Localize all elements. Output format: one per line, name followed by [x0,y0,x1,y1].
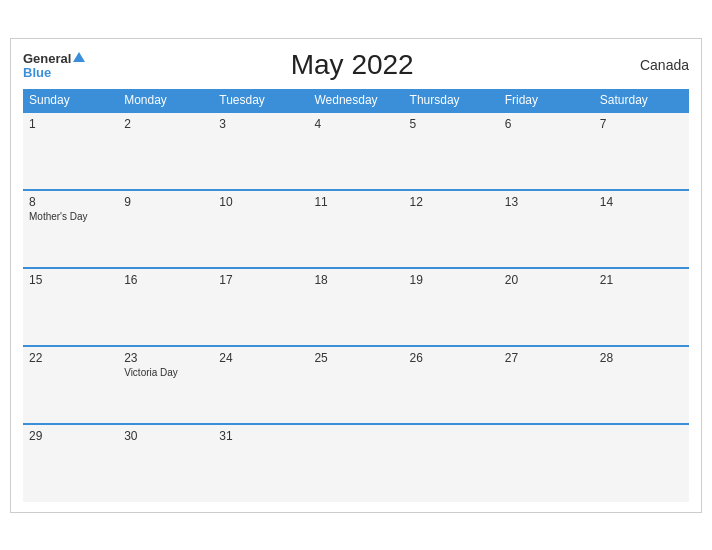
day-cell: 25 [308,346,403,424]
col-header-tuesday: Tuesday [213,89,308,112]
day-number: 24 [219,351,302,365]
day-cell: 14 [594,190,689,268]
day-number: 15 [29,273,112,287]
day-number: 30 [124,429,207,443]
col-header-saturday: Saturday [594,89,689,112]
day-cell: 18 [308,268,403,346]
day-number: 28 [600,351,683,365]
day-cell: 9 [118,190,213,268]
day-cell: 22 [23,346,118,424]
day-number: 5 [410,117,493,131]
day-cell: 1 [23,112,118,190]
day-cell: 8Mother's Day [23,190,118,268]
day-cell: 17 [213,268,308,346]
event-label: Victoria Day [124,367,207,378]
col-header-sunday: Sunday [23,89,118,112]
day-cell: 31 [213,424,308,502]
day-number: 22 [29,351,112,365]
day-number: 8 [29,195,112,209]
day-cell: 5 [404,112,499,190]
logo-general: General [23,51,71,66]
day-cell: 19 [404,268,499,346]
day-number: 25 [314,351,397,365]
day-number: 2 [124,117,207,131]
day-cell: 29 [23,424,118,502]
logo-text: General [23,49,85,67]
day-number: 6 [505,117,588,131]
day-number: 29 [29,429,112,443]
day-number: 20 [505,273,588,287]
day-cell: 3 [213,112,308,190]
calendar-header-row: SundayMondayTuesdayWednesdayThursdayFrid… [23,89,689,112]
day-cell: 30 [118,424,213,502]
day-cell: 23Victoria Day [118,346,213,424]
day-number: 7 [600,117,683,131]
week-row-2: 8Mother's Day91011121314 [23,190,689,268]
day-number: 23 [124,351,207,365]
day-cell: 2 [118,112,213,190]
day-number: 10 [219,195,302,209]
day-cell: 15 [23,268,118,346]
day-number: 19 [410,273,493,287]
day-cell: 16 [118,268,213,346]
day-cell: 21 [594,268,689,346]
week-row-4: 2223Victoria Day2425262728 [23,346,689,424]
day-cell [404,424,499,502]
day-number: 13 [505,195,588,209]
week-row-5: 293031 [23,424,689,502]
day-cell: 12 [404,190,499,268]
day-number: 18 [314,273,397,287]
day-cell: 13 [499,190,594,268]
day-number: 14 [600,195,683,209]
week-row-3: 15161718192021 [23,268,689,346]
logo-blue: Blue [23,66,85,80]
day-number: 3 [219,117,302,131]
day-cell: 20 [499,268,594,346]
calendar-grid: SundayMondayTuesdayWednesdayThursdayFrid… [23,89,689,502]
day-cell: 11 [308,190,403,268]
day-cell: 4 [308,112,403,190]
day-number: 1 [29,117,112,131]
day-cell: 26 [404,346,499,424]
day-number: 21 [600,273,683,287]
day-cell [594,424,689,502]
calendar-container: General Blue May 2022 Canada SundayMonda… [10,38,702,513]
day-cell: 27 [499,346,594,424]
col-header-monday: Monday [118,89,213,112]
day-cell: 6 [499,112,594,190]
day-number: 31 [219,429,302,443]
day-cell: 28 [594,346,689,424]
calendar-title: May 2022 [85,49,619,81]
day-number: 26 [410,351,493,365]
day-number: 4 [314,117,397,131]
day-number: 16 [124,273,207,287]
col-header-wednesday: Wednesday [308,89,403,112]
col-header-friday: Friday [499,89,594,112]
day-number: 12 [410,195,493,209]
day-cell [308,424,403,502]
event-label: Mother's Day [29,211,112,222]
logo-triangle-icon [73,52,85,62]
week-row-1: 1234567 [23,112,689,190]
day-cell: 7 [594,112,689,190]
col-header-thursday: Thursday [404,89,499,112]
calendar-header: General Blue May 2022 Canada [23,49,689,81]
day-number: 27 [505,351,588,365]
calendar-country: Canada [619,57,689,73]
day-cell: 24 [213,346,308,424]
day-number: 17 [219,273,302,287]
day-number: 11 [314,195,397,209]
day-cell [499,424,594,502]
day-number: 9 [124,195,207,209]
day-cell: 10 [213,190,308,268]
logo: General Blue [23,49,85,81]
